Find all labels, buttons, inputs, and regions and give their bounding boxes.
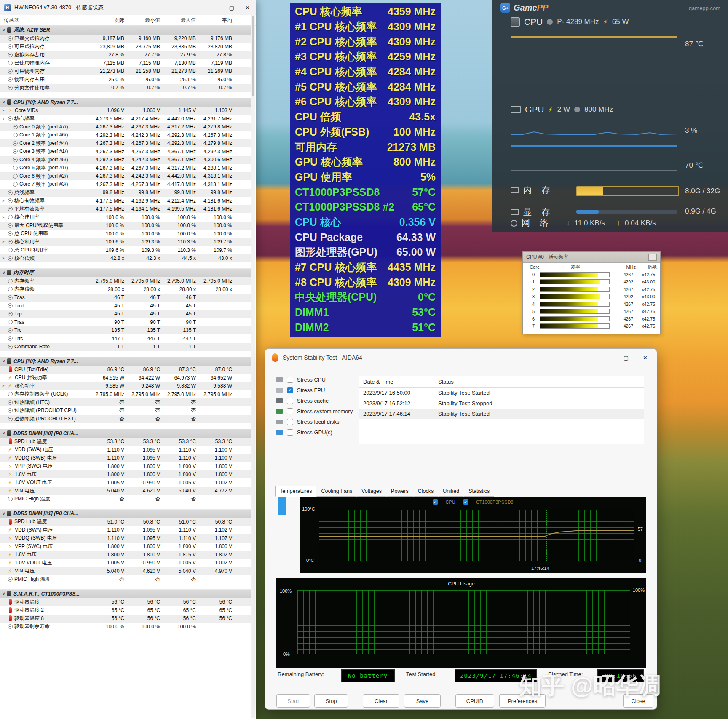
chevron-down-icon[interactable]: ˅ <box>0 28 7 32</box>
chevron-down-icon[interactable]: ˅ <box>0 591 7 596</box>
chart-scrollbar-thumb[interactable] <box>278 497 286 515</box>
section-header[interactable]: ˅S.M.A.R.T.: CT1000P3PSS... <box>0 589 252 598</box>
sensor-row[interactable]: 过热降频 (PROCHOT EXT)否否否 <box>0 415 252 423</box>
sensor-row[interactable]: 驱动器温度 856 °C56 °C56 °C56 °C <box>0 615 252 623</box>
sensor-row[interactable]: 1.0V VOUT 电压1.005 V0.990 V1.005 V1.002 V <box>0 478 252 487</box>
sensor-row[interactable]: VPP (SWC) 电压1.800 V1.800 V1.800 V1.800 V <box>0 543 252 551</box>
sensor-row[interactable]: VDDQ (SWB) 电压1.110 V1.095 V1.110 V1.100 … <box>0 454 252 462</box>
sensor-row[interactable]: 过热降频 (PROCHOT CPU)否否否 <box>0 406 252 415</box>
corefreq-button[interactable] <box>648 254 657 261</box>
ssd-series-checkbox[interactable]: ✓ <box>463 499 468 505</box>
sensor-row[interactable]: VDD (SWA) 电压1.110 V1.095 V1.110 V1.102 V <box>0 526 252 535</box>
sensor-row[interactable]: 分页文件使用率0.7 %0.7 %0.7 %0.7 % <box>0 84 252 92</box>
sensor-row[interactable]: 总线频率99.8 MHz99.8 MHz99.8 MHz99.8 MHz <box>0 189 252 197</box>
hwinfo-column-headers[interactable]: 传感器 实际 最小值 最大值 平均 <box>0 15 256 26</box>
sensor-row[interactable]: 可用虚拟内存23,809 MB23,775 MB23,836 MB23,820 … <box>0 43 252 51</box>
checkbox[interactable]: ✓ <box>287 387 293 393</box>
sensor-row[interactable]: 内存倍频28.00 x28.00 x28.00 x28.00 x <box>0 285 252 294</box>
sensor-row[interactable]: VPP (SWC) 电压1.800 V1.800 V1.800 V1.800 V <box>0 462 252 470</box>
sensor-row[interactable]: >核心功率9.585 W9.248 W9.882 W9.588 W <box>0 382 252 390</box>
sensor-row[interactable]: Core 1 频率 (perf #6/)4,292.3 MHz4,242.3 M… <box>0 131 252 139</box>
log-row[interactable]: 2023/9/17 17:46:14Stability Test: Starte… <box>359 409 644 419</box>
sensor-row[interactable]: 物理内存占用25.0 %25.0 %25.1 %25.0 % <box>0 75 252 84</box>
sensor-row[interactable]: Tcas46 T46 T46 T <box>0 294 252 302</box>
checkbox[interactable] <box>287 377 293 383</box>
section-header[interactable]: ˅DDR5 DIMM [#1] (P0 CHA... <box>0 509 252 518</box>
checkbox[interactable] <box>287 408 293 414</box>
sensor-row[interactable]: PMIC High 温度否否否 <box>0 575 252 584</box>
tab-unified[interactable]: Unified <box>438 486 464 497</box>
start-button[interactable]: Start <box>276 694 310 708</box>
checkbox[interactable] <box>287 429 293 436</box>
tab-powers[interactable]: Powers <box>386 486 413 497</box>
sensor-row[interactable]: 1.8V 电压1.800 V1.800 V1.815 V1.802 V <box>0 551 252 559</box>
section-header[interactable]: ˅CPU [#0]: AMD Ryzen 7 7... <box>0 98 252 107</box>
sensor-row[interactable]: 平均有效频率4,177.5 MHz4,164.1 MHz4,199.5 MHz4… <box>0 205 252 214</box>
close-icon[interactable]: ✕ <box>643 355 648 361</box>
sensor-row[interactable]: 总 CPU 使用率100.0 %100.0 %100.0 %100.0 % <box>0 230 252 238</box>
tab-statistics[interactable]: Statistics <box>464 486 494 497</box>
sensor-row[interactable]: 驱动器剩余寿命100.0 %100.0 %100.0 % <box>0 623 252 631</box>
stop-button[interactable]: Stop <box>314 694 348 708</box>
sensor-row[interactable]: 驱动器温度 265 °C65 °C65 °C65 °C <box>0 606 252 615</box>
sensor-row[interactable]: 过热降频 (HTC)否否否 <box>0 398 252 407</box>
sensor-row[interactable]: Core 2 频率 (perf #4/)4,267.3 MHz4,267.3 M… <box>0 139 252 148</box>
sensor-row[interactable]: >核心有效频率4,177.5 MHz4,162.9 MHz4,212.4 MHz… <box>0 197 252 205</box>
section-header[interactable]: ˅系统: AZW SER <box>0 26 252 35</box>
checkbox[interactable] <box>287 398 293 404</box>
clear-button[interactable]: Clear <box>363 694 399 708</box>
cpu-series-checkbox[interactable]: ✓ <box>433 499 438 505</box>
sensor-row[interactable]: 总 CPU 利用率109.6 %109.3 %110.3 %109.7 % <box>0 246 252 254</box>
aida64-titlebar[interactable]: System Stability Test - AIDA64 — ▢ ✕ <box>265 349 657 366</box>
expand-icon[interactable]: > <box>0 108 6 112</box>
sensor-row[interactable]: Trp45 T45 T45 T <box>0 310 252 318</box>
hwinfo-titlebar[interactable]: H HWiNFO64 v7.30-4870 - 传感器状态 — ▢ ✕ <box>0 0 256 15</box>
sensor-row[interactable]: 已提交虚拟内存9,187 MB9,160 MB9,220 MB9,176 MB <box>0 35 252 43</box>
sensor-row[interactable]: CPU (Tctl/Tdie)86.9 °C86.9 °C87.3 °C87.0… <box>0 366 252 374</box>
sensor-row[interactable]: 内存频率2,795.0 MHz2,795.0 MHz2,795.0 MHz2,7… <box>0 277 252 286</box>
sensor-row[interactable]: Core 4 频率 (perf #5/)4,292.3 MHz4,242.3 M… <box>0 156 252 164</box>
expand-icon[interactable]: > <box>0 215 6 219</box>
checkbox[interactable] <box>287 419 293 425</box>
sensor-row[interactable]: >核心倍频42.8 x42.3 x44.5 x43.0 x <box>0 254 252 263</box>
expand-icon[interactable]: > <box>0 256 6 260</box>
sensor-row[interactable]: Core 5 频率 (perf #1/)4,267.3 MHz4,267.3 M… <box>0 164 252 172</box>
expand-icon[interactable]: ˅ <box>0 117 6 121</box>
sensor-row[interactable]: SPD Hub 温度53.3 °C53.3 °C53.3 °C53.3 °C <box>0 438 252 446</box>
close-icon[interactable]: ✕ <box>245 5 250 11</box>
sensor-row[interactable]: 可用物理内存21,273 MB21,258 MB21,273 MB21,269 … <box>0 67 252 76</box>
chevron-down-icon[interactable]: ˅ <box>0 270 7 275</box>
sensor-row[interactable]: PMIC High 温度否否否 <box>0 495 252 503</box>
cpuid-button[interactable]: CPUID <box>455 694 494 708</box>
sensor-row[interactable]: VIN 电压5.040 V4.620 V5.040 V4.772 V <box>0 487 252 495</box>
sensor-row[interactable]: Tras90 T90 T90 T <box>0 318 252 326</box>
maximize-icon[interactable]: ▢ <box>624 355 629 361</box>
tab-cooling-fans[interactable]: Cooling Fans <box>316 486 357 497</box>
sensor-row[interactable]: Trfc447 T447 T447 T <box>0 334 252 343</box>
sensor-row[interactable]: 1.8V 电压1.800 V1.800 V1.800 V1.800 V <box>0 470 252 479</box>
sensor-row[interactable]: Command Rate1 T1 T1 T <box>0 343 252 351</box>
section-header[interactable]: ˅CPU [#0]: AMD Ryzen 7 7... <box>0 357 252 366</box>
sensor-row[interactable]: >Core VIDs1.096 V1.060 V1.145 V1.103 V <box>0 107 252 115</box>
hwinfo-scrollbar[interactable] <box>251 15 255 718</box>
chevron-down-icon[interactable]: ˅ <box>0 431 7 436</box>
tab-voltages[interactable]: Voltages <box>357 486 386 497</box>
sensor-row[interactable]: Trc135 T135 T135 T <box>0 326 252 335</box>
hwinfo-scrollbar-thumb[interactable] <box>252 16 254 96</box>
sensor-row[interactable]: Trcd45 T45 T45 T <box>0 302 252 310</box>
tab-clocks[interactable]: Clocks <box>413 486 439 497</box>
maximize-icon[interactable]: ▢ <box>229 5 234 11</box>
sensor-row[interactable]: 最大 CPU/线程使用率100.0 %100.0 %100.0 %100.0 % <box>0 222 252 230</box>
chevron-down-icon[interactable]: ˅ <box>0 511 7 516</box>
log-row[interactable]: 2023/9/17 16:50:00Stability Test: Starte… <box>359 388 644 398</box>
sensor-row[interactable]: Core 6 频率 (perf #2/)4,267.3 MHz4,242.3 M… <box>0 172 252 181</box>
sensor-row[interactable]: 已使用物理内存7,115 MB7,115 MB7,130 MB7,119 MB <box>0 59 252 67</box>
minimize-icon[interactable]: — <box>213 5 218 11</box>
sensor-row[interactable]: VDDQ (SWB) 电压1.110 V1.095 V1.110 V1.107 … <box>0 534 252 543</box>
sensor-row[interactable]: >核心使用率100.0 %100.0 %100.0 %100.0 % <box>0 213 252 222</box>
section-header[interactable]: ˅DDR5 DIMM [#0] (P0 CHA... <box>0 429 252 438</box>
sensor-row[interactable]: VDD (SWA) 电压1.110 V1.095 V1.110 V1.100 V <box>0 446 252 454</box>
expand-icon[interactable]: > <box>0 384 6 388</box>
sensor-row[interactable]: >核心利用率109.6 %109.3 %110.3 %109.7 % <box>0 238 252 246</box>
save-button[interactable]: Save <box>404 694 441 708</box>
